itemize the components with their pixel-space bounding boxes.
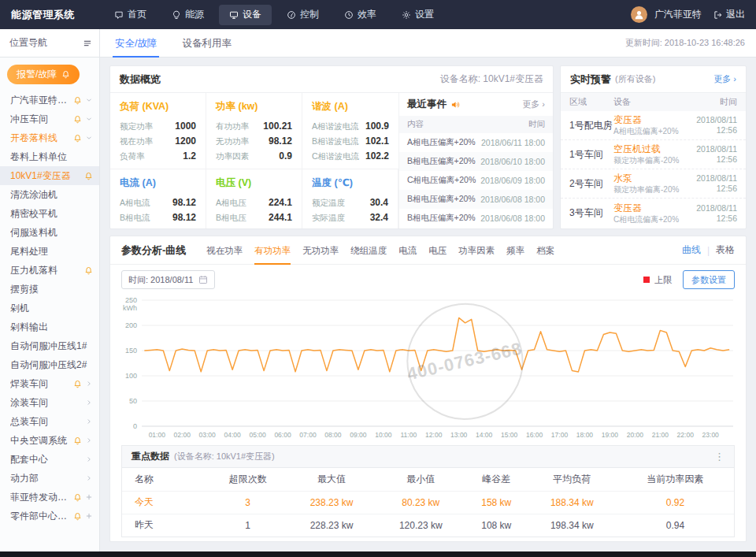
tree-item[interactable]: 零件部中心仓库	[0, 507, 99, 525]
nav-item-energy[interactable]: 能源	[161, 5, 214, 25]
tab-frequency[interactable]: 频率	[506, 236, 524, 265]
tree-item[interactable]: 冲压车间	[0, 110, 99, 128]
tree-item[interactable]: 菲亚特发动机厂	[0, 488, 99, 507]
bell-icon	[61, 70, 70, 79]
calendar-icon	[198, 275, 208, 284]
event-row: C相电压偏离+20%2018/06/09 18:00	[399, 171, 553, 190]
warnings-more-link[interactable]: 更多 ›	[713, 73, 736, 85]
alarm-bell-icon	[73, 134, 82, 143]
chevron-right-icon[interactable]	[85, 455, 93, 463]
nav-item-home[interactable]: 首页	[104, 5, 157, 25]
svg-text:20:00: 20:00	[627, 431, 644, 439]
svg-text:22:00: 22:00	[677, 431, 695, 439]
overview-title: 数据概览	[120, 72, 161, 87]
tree-item[interactable]: 自动伺服冲压线2#	[0, 355, 99, 374]
tree-item[interactable]: 涂装车间	[0, 393, 99, 412]
svg-text:16:00: 16:00	[526, 431, 543, 439]
tree-item[interactable]: 剁机	[0, 299, 99, 317]
chevron-right-icon[interactable]	[85, 380, 93, 388]
tree-item-selected[interactable]: 10kV1#变压器	[0, 166, 99, 185]
metric-card-temperature: 温度 (℃) 额定温度30.4 实际温度32.4 温升2	[302, 169, 398, 229]
events-more-link[interactable]: 更多 ›	[522, 98, 545, 110]
view-table-link[interactable]: 表格	[716, 243, 735, 257]
metric-card-voltage: 电压 (V) A相电压224.1 B相电压244.1 C相电压224.1	[206, 169, 302, 229]
svg-text:14:00: 14:00	[476, 431, 493, 439]
tab-reactive-power[interactable]: 无功功率	[302, 236, 339, 265]
alarm-fault-label: 报警/故障	[17, 68, 57, 81]
metric-card-power: 功率 (kw) 有功功率100.21 无功功率98.12 功率因素0.9	[206, 93, 302, 169]
svg-text:01:00: 01:00	[149, 431, 166, 439]
device-icon	[229, 10, 239, 20]
nav-item-devices[interactable]: 设备	[219, 5, 272, 25]
tree-item[interactable]: 总装车间	[0, 412, 99, 431]
logout-button[interactable]: 退出	[713, 8, 745, 21]
tab-winding-temp[interactable]: 绕组温度	[350, 236, 387, 265]
tab-voltage[interactable]: 电压	[428, 236, 447, 265]
upper-limit-swatch	[643, 277, 650, 283]
tree-item[interactable]: 中央空调系统	[0, 431, 99, 450]
avatar[interactable]	[631, 6, 647, 23]
svg-text:05:00: 05:00	[249, 431, 266, 439]
tree-item[interactable]: 剁料输出	[0, 317, 99, 336]
svg-text:11:00: 11:00	[400, 431, 417, 439]
tree-item[interactable]: 动力部	[0, 469, 99, 488]
event-row: B相电压偏离+20%2018/06/08 18:00	[399, 190, 553, 209]
recent-events: 最近事件 更多 › 内容 时间 A相电压偏离+20%2018/06/11 18:…	[398, 93, 553, 229]
tab-active-power[interactable]: 有功功率	[254, 236, 291, 265]
tree-item[interactable]: 压力机落料	[0, 261, 99, 280]
plus-icon[interactable]	[85, 493, 93, 501]
parameter-settings-button[interactable]: 参数设置	[683, 270, 735, 289]
metric-card-current: 电流 (A) A相电流98.12 B相电流98.12 C相电流95.3	[110, 169, 206, 229]
tree-item[interactable]: 开卷落料线	[0, 128, 99, 147]
view-curve-link[interactable]: 曲线	[682, 243, 701, 257]
main-content: 数据概览 设备名称: 10kV1#变压器 负荷 (KVA) 额定功率1000 视…	[100, 58, 756, 551]
menu-icon[interactable]	[83, 39, 92, 48]
nav-item-settings[interactable]: 设置	[391, 5, 444, 25]
tab-utilization[interactable]: 设备利用率	[172, 29, 242, 58]
events-title: 最近事件	[407, 98, 447, 111]
realtime-warning-panel: 实时预警 (所有设备) 更多 › 区域 设备 时间 1号配电房 变压器A相电流偏…	[560, 65, 747, 229]
chevron-right-icon[interactable]	[85, 399, 93, 407]
chevron-down-icon[interactable]	[85, 134, 93, 142]
svg-text:50: 50	[129, 397, 137, 405]
tree-item[interactable]: 精密校平机	[0, 204, 99, 223]
svg-text:150: 150	[125, 347, 137, 355]
event-row: B相电压偏离+20%2018/06/08 18:00	[399, 209, 553, 228]
alarm-fault-button[interactable]: 报警/故障	[7, 65, 80, 84]
user-icon	[633, 9, 645, 20]
chevron-right-icon[interactable]	[85, 436, 93, 444]
svg-text:250: 250	[125, 296, 137, 304]
chevron-right-icon[interactable]	[85, 418, 93, 425]
plus-icon[interactable]	[85, 512, 93, 520]
tree-item[interactable]: 摆剪摸	[0, 280, 99, 299]
chevron-down-icon[interactable]	[85, 96, 93, 104]
tree-item[interactable]: 清洗涂油机	[0, 185, 99, 204]
nav-item-efficiency[interactable]: 效率	[334, 5, 387, 25]
tree-item[interactable]: 尾料处理	[0, 242, 99, 261]
nav-item-control[interactable]: 控制	[276, 5, 329, 25]
chevron-right-icon[interactable]	[85, 474, 93, 482]
tab-archive[interactable]: 档案	[536, 236, 554, 265]
chevron-down-icon[interactable]	[85, 115, 93, 123]
svg-text:03:00: 03:00	[199, 431, 217, 439]
tab-current[interactable]: 电流	[398, 236, 417, 265]
tree-item[interactable]: 自动伺服冲压线1#	[0, 336, 99, 355]
warning-device: 变压器	[613, 114, 642, 125]
power-curve-chart: 050100150200250kWh01:0002:0003:0004:0005…	[115, 294, 739, 442]
tree-item[interactable]: 广汽菲亚特整车厂	[0, 91, 99, 110]
svg-text:18:00: 18:00	[576, 431, 594, 439]
tree-item[interactable]: 卷料上料单位	[0, 147, 99, 166]
metric-title: 功率 (kw)	[216, 100, 292, 113]
tab-safety-fault[interactable]: 安全/故障	[105, 29, 167, 58]
tree-item[interactable]: 焊装车间	[0, 374, 99, 393]
tab-power-factor[interactable]: 功率因素	[458, 236, 495, 265]
app-title: 能源管理系统	[11, 8, 75, 22]
warning-row: 1号车间 空压机过载额定功率偏离-20% 2018/08/1112:56	[561, 140, 746, 169]
svg-text:02:00: 02:00	[174, 431, 191, 439]
tab-apparent-power[interactable]: 视在功率	[206, 236, 243, 265]
tree-item[interactable]: 伺服送料机	[0, 223, 99, 242]
more-options-icon[interactable]: ⋮	[714, 451, 724, 462]
tree-item[interactable]: 配套中心	[0, 450, 99, 469]
warning-row: 2号车间 水泵额定功率偏离-20% 2018/08/1112:56	[561, 169, 746, 199]
date-picker[interactable]: 时间: 2018/08/11	[121, 270, 215, 289]
